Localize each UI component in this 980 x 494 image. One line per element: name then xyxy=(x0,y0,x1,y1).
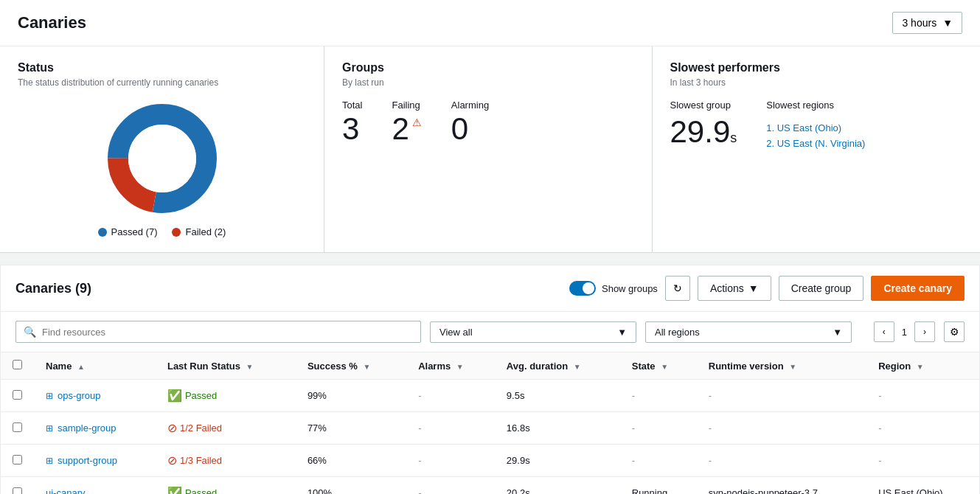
actions-button[interactable]: Actions ▼ xyxy=(698,276,771,301)
col-header-last-run-status[interactable]: Last Run Status ▼ xyxy=(156,352,296,380)
create-canary-button[interactable]: Create canary xyxy=(871,276,965,301)
legend-passed: Passed (7) xyxy=(98,226,158,237)
slowest-group-metric: Slowest group 29.9s xyxy=(670,100,737,149)
page-number: 1 xyxy=(897,327,911,338)
row-state: - xyxy=(620,380,697,412)
actions-label: Actions xyxy=(710,282,744,294)
actions-chevron-icon: ▼ xyxy=(748,282,759,294)
region-filter-label: All regions xyxy=(655,327,700,338)
table-row: ui-canary✅ Passed100%-20.2sRunningsyn-no… xyxy=(1,477,979,495)
refresh-button[interactable]: ↻ xyxy=(665,276,690,301)
table-controls: Show groups ↻ Actions ▼ Create group Cre… xyxy=(569,276,965,301)
col-header-avg-duration[interactable]: Avg. duration ▼ xyxy=(495,352,620,380)
row-checkbox[interactable] xyxy=(13,390,22,400)
show-groups-label: Show groups xyxy=(602,283,658,294)
legend-passed-dot xyxy=(98,228,107,237)
alarming-label: Alarming xyxy=(451,100,489,111)
view-all-label: View all xyxy=(439,327,473,338)
row-runtime-version: - xyxy=(697,380,866,412)
total-value: 3 xyxy=(342,114,362,145)
stats-section: Status The status distribution of curren… xyxy=(0,46,980,253)
alert-icon: ⚠ xyxy=(412,116,422,128)
view-all-filter[interactable]: View all ▼ xyxy=(430,321,636,343)
failing-label: Failing xyxy=(392,100,421,111)
col-header-runtime-version[interactable]: Runtime version ▼ xyxy=(697,352,866,380)
failing-value-container: 2 ⚠ xyxy=(392,114,421,145)
avg-duration-sort-icon: ▼ xyxy=(574,363,581,371)
show-groups-toggle-container: Show groups xyxy=(569,281,658,296)
row-avg-duration: 9.5s xyxy=(495,380,620,412)
col-header-region[interactable]: Region ▼ xyxy=(866,352,979,380)
table-row: ⊞sample-group⊘ 1/2 Failed77%-16.8s--- xyxy=(1,412,979,445)
col-header-state[interactable]: State ▼ xyxy=(620,352,697,380)
legend-passed-label: Passed (7) xyxy=(111,226,158,237)
row-alarms: - xyxy=(406,412,495,445)
state-sort-icon: ▼ xyxy=(661,363,668,371)
table-title-container: Canaries (9) xyxy=(15,281,91,296)
region-link-1[interactable]: 1. US East (Ohio) xyxy=(766,122,865,133)
view-all-chevron-icon: ▼ xyxy=(617,327,627,338)
last-run-sort-icon: ▼ xyxy=(246,363,254,371)
col-header-alarms[interactable]: Alarms ▼ xyxy=(406,352,495,380)
prev-page-button[interactable]: ‹ xyxy=(874,321,894,342)
select-all-header xyxy=(1,352,34,380)
status-panel: Status The status distribution of curren… xyxy=(0,46,324,252)
col-header-name[interactable]: Name ▲ xyxy=(34,352,156,380)
row-alarms: - xyxy=(406,477,495,495)
show-groups-toggle[interactable] xyxy=(569,281,596,296)
region-filter-chevron-icon: ▼ xyxy=(833,327,842,338)
slowest-group-value: 29.9s xyxy=(670,116,737,147)
row-checkbox[interactable] xyxy=(13,487,22,495)
row-runtime-version: - xyxy=(697,412,866,445)
total-label: Total xyxy=(342,100,362,111)
row-checkbox[interactable] xyxy=(13,455,22,465)
row-avg-duration: 16.8s xyxy=(495,412,620,445)
row-avg-duration: 29.9s xyxy=(495,445,620,477)
failing-metric: Failing 2 ⚠ xyxy=(392,100,421,145)
page-header: Canaries 3 hours ▼ xyxy=(0,0,980,46)
region-filter[interactable]: All regions ▼ xyxy=(645,321,852,343)
region-link-2[interactable]: 2. US East (N. Virginia) xyxy=(766,138,865,149)
time-picker-button[interactable]: 3 hours ▼ xyxy=(892,12,962,34)
table-head: Name ▲ Last Run Status ▼ Success % ▼ Ala… xyxy=(1,352,979,380)
row-state: - xyxy=(620,445,697,477)
expand-icon: ⊞ xyxy=(46,423,53,434)
row-runtime-version: syn-nodejs-puppeteer-3.7 xyxy=(697,477,866,495)
slowest-panel: Slowest performers In last 3 hours Slowe… xyxy=(653,46,981,252)
time-picker-chevron-icon: ▼ xyxy=(942,17,953,29)
canaries-table: Name ▲ Last Run Status ▼ Success % ▼ Ala… xyxy=(1,352,979,494)
search-input[interactable] xyxy=(42,327,413,338)
select-all-checkbox[interactable] xyxy=(13,360,22,369)
row-checkbox[interactable] xyxy=(13,422,22,432)
table-settings-button[interactable]: ⚙ xyxy=(944,321,965,342)
row-state: Running xyxy=(620,477,697,495)
status-failed: ⊘ 1/3 Failed xyxy=(167,453,284,467)
create-group-button[interactable]: Create group xyxy=(779,276,864,301)
check-icon: ✅ xyxy=(167,486,182,494)
row-alarms: - xyxy=(406,445,495,477)
row-name-link[interactable]: ui-canary xyxy=(46,487,144,494)
groups-metrics: Total 3 Failing 2 ⚠ Alarming 0 xyxy=(342,100,634,145)
groups-panel-subtitle: By last run xyxy=(342,77,634,88)
settings-icon: ⚙ xyxy=(950,326,959,338)
name-sort-icon: ▲ xyxy=(77,363,85,371)
canaries-table-section: Canaries (9) Show groups ↻ Actions ▼ Cre… xyxy=(0,265,980,494)
time-picker-label: 3 hours xyxy=(902,17,936,29)
row-name-link[interactable]: ⊞support-group xyxy=(46,455,144,466)
row-name-link[interactable]: ⊞sample-group xyxy=(46,422,144,434)
next-page-button[interactable]: › xyxy=(914,321,935,342)
status-passed: ✅ Passed xyxy=(167,389,284,403)
page-title: Canaries xyxy=(18,13,86,32)
filter-bar: 🔍 View all ▼ All regions ▼ ‹ 1 › ⚙ xyxy=(1,312,979,352)
expand-icon: ⊞ xyxy=(46,456,53,466)
row-region: - xyxy=(866,380,979,412)
status-passed: ✅ Passed xyxy=(167,486,284,494)
col-header-success-pct[interactable]: Success % ▼ xyxy=(296,352,406,380)
alarming-metric: Alarming 0 xyxy=(451,100,489,145)
x-icon: ⊘ xyxy=(167,453,177,467)
row-region: US East (Ohio) xyxy=(866,477,979,495)
row-name-link[interactable]: ⊞ops-group xyxy=(46,390,144,401)
pagination: ‹ 1 › xyxy=(874,321,935,342)
failing-value: 2 xyxy=(392,114,409,145)
status-panel-title: Status xyxy=(18,61,306,74)
